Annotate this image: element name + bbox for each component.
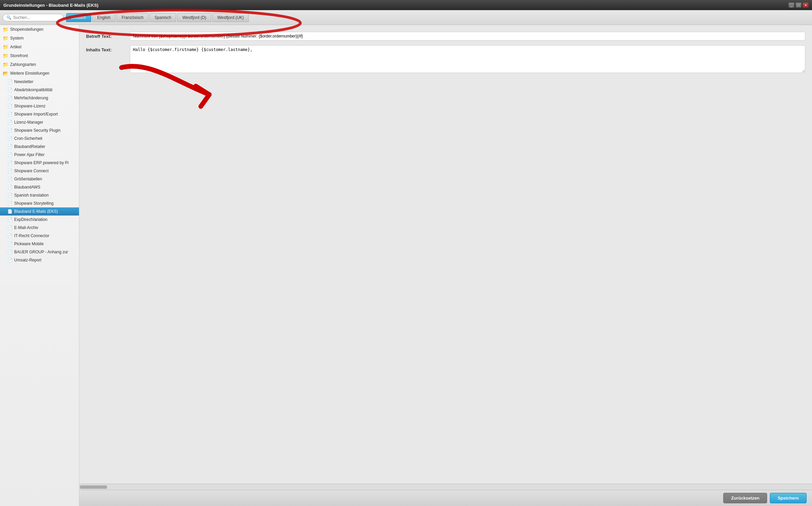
sidebar-item-spanish-translation[interactable]: 📄 Spanish translation — [0, 191, 79, 199]
folder-icon: 📁 — [3, 62, 8, 67]
sidebar-item-cron-sicherheit[interactable]: 📄 Cron-Sicherheit — [0, 134, 79, 143]
sidebar-item-label: Größentabellen — [14, 177, 42, 181]
app-container: 🔍 Deutsch English Französisch Spanisch W… — [0, 10, 812, 506]
sidebar-item-it-recht-connector[interactable]: 📄 IT-Recht Connector — [0, 232, 79, 240]
betreff-text-row: Betreff Text: — [86, 32, 805, 41]
sidebar-item-shopware-connect[interactable]: 📄 Shopware Connect — [0, 167, 79, 175]
folder-icon: 📁 — [3, 44, 8, 50]
sidebar-item-label: System — [10, 36, 24, 41]
tab-franzoesisch[interactable]: Französisch — [116, 13, 148, 22]
inhalts-text-field — [130, 45, 805, 74]
sidebar-item-label: E-Mail-Archiv — [14, 225, 38, 230]
file-icon: 📄 — [7, 177, 12, 181]
maximize-button[interactable]: □ — [795, 2, 802, 8]
sidebar-item-label: BlaubandAWS — [14, 185, 40, 189]
inhalts-text-label: Inhalts Text: — [86, 45, 130, 52]
file-icon: 📄 — [7, 201, 12, 206]
sidebar-item-label: BlaubandRetailer — [14, 144, 45, 149]
sidebar-item-label: Shopware Connect — [14, 169, 49, 173]
right-panel: Betreff Text: Inhalts Text: — [79, 25, 812, 506]
sidebar-item-label: Artikel — [10, 45, 21, 49]
file-icon: 📄 — [7, 242, 12, 246]
sidebar-item-groeszentabellen[interactable]: 📄 Größentabellen — [0, 175, 79, 183]
window-controls: _ □ ✕ — [788, 2, 809, 8]
save-button[interactable]: Speichern — [770, 493, 807, 503]
folder-icon: 📁 — [3, 27, 8, 32]
sidebar-item-abwaertskompatibilitaet[interactable]: 📄 Abwärtskompatibilität — [0, 86, 79, 94]
file-icon: 📄 — [7, 136, 12, 141]
sidebar-item-shopware-lizenz[interactable]: 📄 Shopware-Lizenz — [0, 102, 79, 110]
sidebar-item-mehrfachaenderung[interactable]: 📄 Mehrfachänderung — [0, 94, 79, 102]
sidebar-item-label: ExpDirectVariation — [14, 217, 47, 222]
sidebar-item-blauband-retailer[interactable]: 📄 BlaubandRetailer — [0, 143, 79, 151]
sidebar-item-shopware-security-plugin[interactable]: 📄 Shopware Security Plugin — [0, 126, 79, 134]
sidebar-item-umsatz-report[interactable]: 📄 Umsatz-Report — [0, 256, 79, 264]
sidebar-item-artikel[interactable]: 📁 Artikel — [0, 43, 79, 51]
betreff-text-field — [130, 32, 805, 41]
sidebar-item-label: Shopware ERP powered by Pi — [14, 160, 69, 165]
sidebar-item-power-ajax-filter[interactable]: 📄 Power Ajax Filter — [0, 151, 79, 159]
sidebar-item-shopeinstellungen[interactable]: 📁 Shopeinstellungen — [0, 25, 79, 34]
sidebar-item-shopware-storytelling[interactable]: 📄 Shopware Storytelling — [0, 199, 79, 207]
sidebar-item-blauband-emails-eks[interactable]: 📄 Blauband E-Mails (EKS) — [0, 207, 79, 216]
sidebar-item-label: Cron-Sicherheit — [14, 136, 42, 141]
sidebar-item-storefront[interactable]: 📁 Storefront — [0, 51, 79, 60]
betreff-text-input[interactable] — [130, 32, 805, 41]
sidebar-item-label: Spanish translation — [14, 193, 49, 198]
betreff-text-label: Betreff Text: — [86, 32, 130, 39]
file-icon: 📄 — [7, 104, 12, 108]
file-icon: 📄 — [7, 225, 12, 230]
file-icon: 📄 — [7, 250, 12, 254]
sidebar-item-lizenz-manager[interactable]: 📄 Lizenz-Manager — [0, 118, 79, 126]
sidebar-item-label: Shopeinstellungen — [10, 27, 44, 32]
sidebar-item-email-archiv[interactable]: 📄 E-Mail-Archiv — [0, 224, 79, 232]
sidebar-item-label: Storefront — [10, 53, 28, 58]
sidebar-item-system[interactable]: 📁 System — [0, 34, 79, 43]
sidebar-item-label: Abwärtskompatibilität — [14, 87, 52, 92]
tab-deutsch[interactable]: Deutsch — [66, 13, 91, 22]
file-icon: 📄 — [7, 169, 12, 173]
folder-icon: 📁 — [3, 53, 8, 58]
sidebar-item-exp-direct-variation[interactable]: 📄 ExpDirectVariation — [0, 216, 79, 224]
title-bar: Grundeinstellungen - Blauband E-Mails (E… — [0, 0, 812, 10]
sidebar-item-bauer-group[interactable]: 📄 BAUER GROUP - Anhang zur — [0, 248, 79, 256]
language-tabs: Deutsch English Französisch Spanisch Wes… — [66, 13, 249, 22]
file-icon: 📄 — [7, 128, 12, 133]
sidebar-item-label: BAUER GROUP - Anhang zur — [14, 250, 68, 254]
file-icon: 📄 — [7, 209, 12, 214]
file-icon: 📄 — [7, 233, 12, 238]
file-icon: 📄 — [7, 79, 12, 84]
file-icon: 📄 — [7, 120, 12, 125]
scroll-thumb[interactable] — [80, 485, 107, 489]
sidebar-item-pickware-mobile[interactable]: 📄 Pickware Mobile — [0, 240, 79, 248]
tab-westfjord-uk[interactable]: Westfjord (UK) — [212, 13, 249, 22]
sidebar-item-shopware-import-export[interactable]: 📄 Shopware Import/Export — [0, 110, 79, 118]
file-icon: 📄 — [7, 87, 12, 92]
reset-button[interactable]: Zurücksetzen — [723, 493, 767, 503]
sidebar-item-label: Weitere Einstellungen — [10, 71, 50, 76]
minimize-button[interactable]: _ — [788, 2, 794, 8]
sidebar-item-label: Zahlungsarten — [10, 62, 36, 67]
sidebar-item-zahlungsarten[interactable]: 📁 Zahlungsarten — [0, 60, 79, 69]
sidebar-item-label: Newsletter — [14, 79, 33, 84]
inhalts-text-row: Inhalts Text: — [86, 45, 805, 74]
sidebar-item-label: Shopware Import/Export — [14, 112, 58, 117]
sidebar-item-label: Pickware Mobile — [14, 242, 44, 246]
sidebar-item-label: Shopware Storytelling — [14, 201, 54, 206]
sidebar-item-newsletter[interactable]: 📄 Newsletter — [0, 78, 79, 86]
file-icon: 📄 — [7, 144, 12, 149]
close-button[interactable]: ✕ — [803, 2, 809, 8]
inhalts-text-textarea[interactable] — [130, 45, 805, 73]
file-icon: 📄 — [7, 112, 12, 117]
tab-spanisch[interactable]: Spanisch — [150, 13, 176, 22]
sidebar-item-shopware-erp[interactable]: 📄 Shopware ERP powered by Pi — [0, 159, 79, 167]
file-icon: 📄 — [7, 258, 12, 262]
sidebar-item-label: Umsatz-Report — [14, 258, 42, 262]
body-area: 📁 Shopeinstellungen 📁 System 📁 Artikel 📁… — [0, 25, 812, 506]
tab-english[interactable]: English — [92, 13, 115, 22]
sidebar-item-weitere-einstellungen[interactable]: 📂 Weitere Einstellungen — [0, 69, 79, 78]
sidebar-item-blauband-aws[interactable]: 📄 BlaubandAWS — [0, 183, 79, 191]
folder-icon: 📂 — [3, 71, 8, 76]
tab-westfjord-d[interactable]: Westfjord (D) — [177, 13, 211, 22]
search-input[interactable] — [13, 15, 60, 20]
